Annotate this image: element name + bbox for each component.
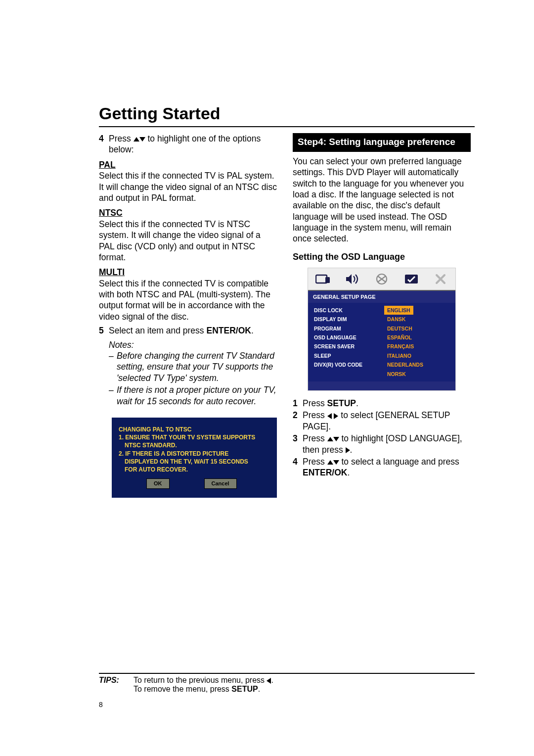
osd-screenshot: GENERAL SETUP PAGE DISC LOCK DISPLAY DIM…	[308, 268, 456, 391]
manual-page: Getting Started 4 Press to highlight one…	[0, 0, 534, 756]
text: .	[251, 326, 254, 335]
notes-label: Notes:	[109, 339, 277, 350]
warn-buttons: OK Cancel	[119, 478, 270, 489]
dash: –	[109, 350, 117, 383]
intro-paragraph: You can select your own preferred langua…	[293, 156, 471, 244]
multi-body: Select this if the connected TV is compa…	[99, 278, 277, 323]
osd-item[interactable]: SLEEP	[314, 351, 387, 360]
right-column: Step4: Setting language preference You c…	[293, 133, 471, 498]
osd-option[interactable]: DANSK	[387, 315, 455, 324]
note-1: – Before changing the current TV Standar…	[109, 350, 277, 383]
close-tab-icon[interactable]	[432, 272, 449, 286]
step-2: 2 Press to select [GENERAL SETUP PAGE].	[293, 410, 471, 432]
tips-text: To return to the previous menu, press . …	[134, 676, 273, 694]
subsection-heading: Setting the OSD Language	[293, 251, 471, 263]
step-number: 4	[293, 456, 303, 478]
bold: SETUP	[231, 685, 258, 693]
step-number: 4	[99, 133, 109, 155]
svg-rect-1	[325, 277, 330, 283]
warn-line: FOR AUTO RECOVER.	[119, 466, 270, 473]
ntsc-body: Select this if the connected TV is NTSC …	[99, 219, 277, 263]
text: .	[271, 676, 273, 684]
page-number: 8	[99, 701, 103, 709]
multi-heading: MULTI	[99, 267, 277, 278]
text: .	[258, 685, 260, 693]
up-down-icon	[134, 134, 145, 143]
step-3: 3 Press to highlight [OSD LANGUAGE], the…	[293, 433, 471, 455]
video-tab-icon[interactable]	[373, 272, 390, 286]
page-title: Getting Started	[99, 104, 475, 123]
pal-body: Select this if the connected TV is PAL s…	[99, 170, 277, 203]
warn-line: CHANGING PAL TO NTSC	[119, 425, 270, 433]
osd-item[interactable]: PROGRAM	[314, 324, 387, 333]
step-4: 4 Press to highlight one of the options …	[99, 133, 277, 155]
step-number: 3	[293, 433, 303, 455]
osd-tab-bar	[308, 268, 455, 291]
osd-option[interactable]: NEDERLANDS	[387, 360, 455, 369]
svg-rect-0	[316, 275, 327, 283]
note-text: If there is not a proper picture on your…	[117, 384, 277, 407]
osd-body: DISC LOCK DISPLAY DIM PROGRAM OSD LANGUA…	[308, 303, 455, 381]
osd-option[interactable]: DEUTSCH	[387, 324, 455, 333]
step-5: 5 Select an item and press ENTER/OK.	[99, 325, 277, 336]
cancel-button[interactable]: Cancel	[204, 478, 237, 489]
step-body: Select an item and press ENTER/OK.	[109, 325, 277, 336]
osd-item[interactable]: OSD LANGUAGE	[314, 333, 387, 342]
tips-footer: TIPS: To return to the previous menu, pr…	[99, 673, 475, 694]
left-right-icon	[327, 410, 339, 420]
step-number: 5	[99, 325, 109, 336]
osd-item[interactable]: DISPLAY DIM	[314, 315, 387, 324]
text: to select a language and press	[341, 457, 459, 467]
up-down-icon	[327, 457, 339, 467]
two-column-layout: 4 Press to highlight one of the options …	[99, 133, 475, 498]
step-body: Press to highlight one of the options be…	[109, 133, 277, 155]
bold: ENTER/OK	[303, 468, 347, 477]
general-tab-icon[interactable]	[314, 272, 331, 286]
tips-row: TIPS: To return to the previous menu, pr…	[99, 676, 475, 694]
text: Press	[303, 433, 327, 443]
step-4r: 4 Press to select a language and press E…	[293, 456, 471, 478]
bold: SETUP	[327, 398, 356, 408]
warn-line: NTSC STANDARD.	[119, 441, 270, 449]
text: .	[356, 398, 358, 408]
osd-language-options: ENGLISH DANSK DEUTSCH ESPAÑOL FRANÇAIS I…	[387, 303, 455, 381]
step-number: 2	[293, 410, 303, 432]
text: Press	[109, 134, 134, 143]
warn-line: 2. IF THERE IS A DISTORTED PICTURE	[119, 450, 270, 458]
text: Select an item and press	[109, 326, 206, 335]
osd-option[interactable]: ESPAÑOL	[387, 333, 455, 342]
step-number: 1	[293, 398, 303, 409]
osd-option[interactable]: ITALIANO	[387, 351, 455, 360]
osd-option-selected[interactable]: ENGLISH	[387, 306, 455, 315]
osd-item[interactable]: DISC LOCK	[314, 306, 387, 315]
ok-button[interactable]: OK	[146, 478, 170, 489]
text: Press	[303, 457, 327, 467]
text: .	[350, 445, 353, 455]
note-2: – If there is not a proper picture on yo…	[109, 384, 277, 407]
dash: –	[109, 384, 117, 407]
text: To return to the previous menu, press	[134, 676, 267, 684]
right-icon	[346, 445, 350, 455]
osd-option[interactable]: FRANÇAIS	[387, 342, 455, 351]
osd-option[interactable]: NORSK	[387, 370, 455, 378]
left-column: 4 Press to highlight one of the options …	[99, 133, 277, 498]
note-text: Before changing the current TV Standard …	[117, 350, 277, 383]
step-body: Press to select a language and press ENT…	[303, 456, 471, 478]
title-rule	[99, 126, 475, 127]
tips-rule	[99, 673, 475, 674]
audio-tab-icon[interactable]	[344, 272, 360, 286]
osd-footer	[308, 381, 455, 390]
osd-menu-items: DISC LOCK DISPLAY DIM PROGRAM OSD LANGUA…	[308, 303, 387, 381]
osd-item[interactable]: SCREEN SAVER	[314, 342, 387, 351]
step-body: Press to highlight [OSD LANGUAGE], then …	[303, 433, 471, 455]
osd-page-title: GENERAL SETUP PAGE	[308, 291, 455, 303]
preference-tab-icon[interactable]	[403, 272, 420, 286]
warn-line: 1. ENSURE THAT YOUR TV SYSTEM SUPPORTS	[119, 433, 270, 441]
tips-label: TIPS:	[99, 676, 134, 694]
ntsc-heading: NTSC	[99, 207, 277, 218]
bold: ENTER/OK	[206, 326, 251, 335]
warn-line: DISPLAYED ON THE TV, WAIT 15 SECONDS	[119, 458, 270, 466]
osd-item[interactable]: DIVX(R) VOD CODE	[314, 360, 387, 369]
up-down-icon	[327, 433, 339, 443]
step-1: 1 Press SETUP.	[293, 398, 471, 409]
